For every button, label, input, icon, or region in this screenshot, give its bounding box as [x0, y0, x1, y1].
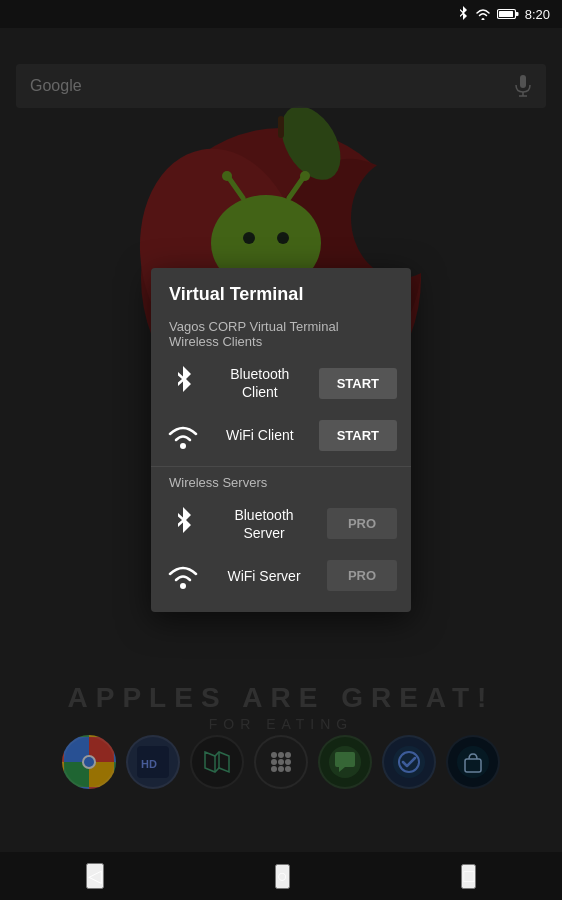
- wifi-server-label: WiFi Server: [213, 567, 315, 585]
- bluetooth-server-row: BluetoothServer PRO: [151, 498, 411, 550]
- bluetooth-server-label: BluetoothServer: [213, 506, 315, 542]
- dialog-subtitle: Vagos CORP Virtual Terminal Wireless Cli…: [151, 315, 411, 357]
- wifi-status-icon: [475, 8, 491, 20]
- wifi-client-icon: [165, 418, 201, 454]
- svg-rect-1: [515, 12, 518, 16]
- bluetooth-client-row: BluetoothClient START: [151, 357, 411, 409]
- dialog-overlay: Virtual Terminal Vagos CORP Virtual Term…: [0, 28, 562, 852]
- wireless-servers-label: Wireless Servers: [151, 471, 411, 498]
- dialog: Virtual Terminal Vagos CORP Virtual Term…: [151, 268, 411, 612]
- bluetooth-client-start-button[interactable]: START: [319, 368, 397, 399]
- wifi-client-label: WiFi Client: [213, 426, 307, 444]
- bluetooth-client-label: BluetoothClient: [213, 365, 307, 401]
- wifi-server-icon: [165, 558, 201, 594]
- bluetooth-server-pro-button[interactable]: PRO: [327, 508, 397, 539]
- wifi-server-row: WiFi Server PRO: [151, 550, 411, 602]
- battery-status-icon: [497, 8, 519, 20]
- wifi-server-pro-button[interactable]: PRO: [327, 560, 397, 591]
- section-divider: [151, 466, 411, 467]
- svg-point-48: [180, 583, 186, 589]
- dialog-title: Virtual Terminal: [151, 268, 411, 315]
- wifi-client-start-button[interactable]: START: [319, 420, 397, 451]
- nav-bar: ◁ ○ □: [0, 852, 562, 900]
- bluetooth-status-icon: [457, 6, 469, 22]
- svg-point-47: [180, 443, 186, 449]
- svg-rect-2: [499, 11, 513, 17]
- back-button[interactable]: ◁: [86, 863, 104, 889]
- recent-button[interactable]: □: [461, 864, 476, 889]
- status-time: 8:20: [525, 7, 550, 22]
- status-bar: 8:20: [0, 0, 562, 28]
- wifi-client-row: WiFi Client START: [151, 410, 411, 462]
- bluetooth-server-icon: [165, 506, 201, 542]
- home-button[interactable]: ○: [275, 864, 290, 889]
- bluetooth-client-icon: [165, 365, 201, 401]
